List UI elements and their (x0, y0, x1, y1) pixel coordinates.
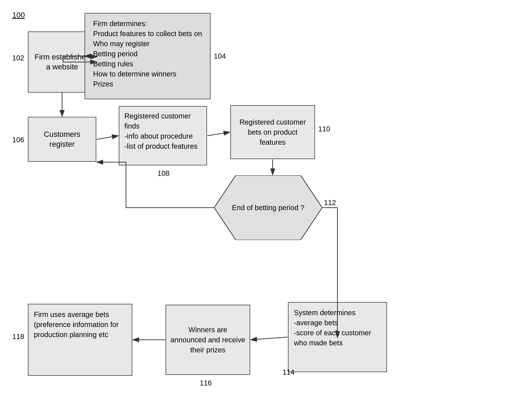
diagram-title: 100 (12, 11, 25, 19)
diagram: 100 Firm establishes a website 102 Firm … (0, 0, 532, 409)
node-118: Firm uses average bets (preference infor… (28, 304, 132, 376)
label-110: 110 (318, 125, 330, 133)
label-114: 114 (283, 368, 294, 376)
label-118: 118 (12, 333, 24, 341)
node-112: End of betting period ? (214, 175, 322, 240)
node-106: Customers register (28, 117, 96, 162)
label-106: 106 (12, 136, 24, 144)
node-114: System determines -average bets -score o… (288, 302, 387, 372)
svg-line-7 (207, 132, 230, 136)
label-102: 102 (12, 54, 24, 62)
node-110: Registered customer bets on product feat… (230, 105, 315, 159)
node-108: Registered customer finds -info about pr… (119, 106, 207, 165)
label-108: 108 (157, 169, 170, 177)
node-104: Firm determines: Product features to col… (85, 13, 210, 99)
label-112: 112 (324, 199, 336, 207)
label-104: 104 (214, 52, 226, 60)
label-116: 116 (200, 379, 212, 387)
node-116: Winners are announced and receive their … (166, 305, 250, 375)
svg-line-9 (250, 337, 288, 340)
svg-line-6 (97, 136, 118, 139)
